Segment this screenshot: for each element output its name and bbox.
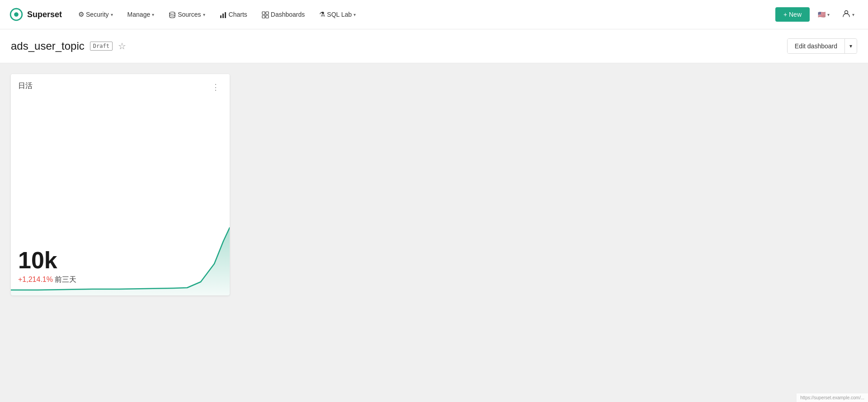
nav-item-charts[interactable]: Charts bbox=[214, 7, 253, 22]
security-chevron-icon: ▾ bbox=[111, 12, 113, 17]
dashboard-title: ads_user_topic bbox=[11, 40, 85, 52]
chart-card-daily-active: 日活 ⋮ 10k +1,214.1% 前三天 bbox=[11, 74, 230, 295]
brand-logo[interactable]: Superset bbox=[9, 7, 62, 22]
security-icon: ⚙ bbox=[78, 10, 84, 19]
svg-rect-5 bbox=[266, 12, 269, 14]
svg-rect-4 bbox=[262, 12, 265, 14]
sqllab-icon: ⚗ bbox=[319, 10, 325, 19]
chart-title: 日活 bbox=[18, 81, 33, 91]
edit-dashboard-button-group: Edit dashboard ▾ bbox=[787, 38, 857, 54]
svg-point-0 bbox=[170, 12, 175, 14]
navbar-right: + New 🇺🇸 ▾ ▾ bbox=[775, 7, 859, 23]
sqllab-chevron-icon: ▾ bbox=[354, 12, 356, 17]
navbar: Superset ⚙ Security ▾ Manage ▾ Sources ▾ bbox=[0, 0, 868, 29]
nav-item-security[interactable]: ⚙ Security ▾ bbox=[73, 7, 118, 22]
flag-icon: 🇺🇸 bbox=[818, 11, 826, 18]
user-menu[interactable]: ▾ bbox=[838, 7, 859, 23]
dashboard-title-area: ads_user_topic Draft ☆ bbox=[11, 40, 126, 52]
new-button[interactable]: + New bbox=[775, 7, 810, 22]
main-content: 日活 ⋮ 10k +1,214.1% 前三天 bbox=[0, 63, 868, 402]
sources-icon bbox=[169, 10, 176, 19]
chart-svg-area bbox=[11, 223, 230, 295]
caret-down-icon: ▾ bbox=[849, 43, 852, 49]
lang-chevron-icon: ▾ bbox=[827, 12, 830, 17]
svg-rect-2 bbox=[222, 14, 224, 18]
nav-label-sources: Sources bbox=[178, 11, 201, 18]
nav-item-dashboards[interactable]: Dashboards bbox=[256, 7, 311, 22]
dashboards-icon bbox=[262, 10, 269, 19]
nav-item-sqllab[interactable]: ⚗ SQL Lab ▾ bbox=[314, 7, 361, 22]
manage-chevron-icon: ▾ bbox=[152, 12, 154, 17]
draft-badge: Draft bbox=[90, 42, 113, 51]
edit-dashboard-caret-button[interactable]: ▾ bbox=[845, 39, 857, 53]
chart-header: 日活 ⋮ bbox=[18, 81, 222, 93]
user-chevron-icon: ▾ bbox=[852, 12, 854, 17]
svg-rect-6 bbox=[262, 15, 265, 18]
language-selector[interactable]: 🇺🇸 ▾ bbox=[813, 8, 834, 21]
nav-item-sources[interactable]: Sources ▾ bbox=[163, 7, 210, 22]
svg-rect-3 bbox=[225, 12, 226, 18]
brand-name: Superset bbox=[27, 10, 62, 19]
footer-url: https://superset.example.com/... bbox=[797, 393, 868, 402]
chart-menu-icon[interactable]: ⋮ bbox=[209, 81, 222, 93]
charts-icon bbox=[220, 10, 227, 19]
svg-rect-7 bbox=[266, 15, 269, 18]
nav-item-manage[interactable]: Manage ▾ bbox=[122, 7, 160, 22]
svg-rect-1 bbox=[220, 15, 222, 18]
edit-dashboard-button[interactable]: Edit dashboard bbox=[788, 39, 845, 53]
user-icon bbox=[842, 9, 850, 20]
favorite-star-icon[interactable]: ☆ bbox=[118, 41, 126, 51]
sources-chevron-icon: ▾ bbox=[203, 12, 205, 17]
nav-label-manage: Manage bbox=[127, 11, 151, 18]
nav-label-dashboards: Dashboards bbox=[271, 11, 305, 18]
nav-label-sqllab: SQL Lab bbox=[327, 11, 352, 18]
brand-icon bbox=[9, 7, 24, 22]
subheader: ads_user_topic Draft ☆ Edit dashboard ▾ bbox=[0, 29, 868, 63]
nav-label-security: Security bbox=[86, 11, 109, 18]
url-text: https://superset.example.com/... bbox=[800, 395, 864, 400]
nav-label-charts: Charts bbox=[229, 11, 247, 18]
line-chart-svg bbox=[11, 223, 230, 295]
